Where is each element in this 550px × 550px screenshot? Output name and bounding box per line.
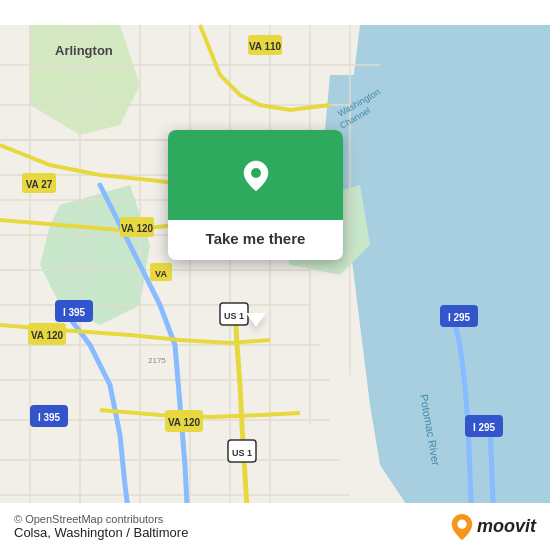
attribution-text: © OpenStreetMap contributors [14, 513, 163, 525]
svg-text:I 295: I 295 [448, 312, 471, 323]
popup-bottom: Take me there [168, 220, 343, 260]
svg-text:I 295: I 295 [473, 422, 496, 433]
svg-text:VA 120: VA 120 [121, 223, 154, 234]
svg-text:I 395: I 395 [38, 412, 61, 423]
logo-section: moovit [451, 514, 536, 540]
svg-text:US 1: US 1 [224, 311, 244, 321]
svg-point-58 [251, 168, 261, 178]
map-container: Arlington VA 110 VA 27 VA 120 VA I 395 V… [0, 0, 550, 550]
svg-text:VA 120: VA 120 [31, 330, 64, 341]
svg-text:Arlington: Arlington [55, 43, 113, 58]
popup-header [168, 130, 343, 220]
bottom-bar: © OpenStreetMap contributors Colsa, Wash… [0, 503, 550, 550]
moovit-logo: moovit [451, 514, 536, 540]
moovit-pin-icon [451, 514, 473, 540]
svg-text:US 1: US 1 [232, 448, 252, 458]
svg-text:I 395: I 395 [63, 307, 86, 318]
popup-tail [246, 313, 266, 327]
svg-point-59 [457, 519, 466, 528]
svg-text:VA 27: VA 27 [26, 179, 53, 190]
svg-text:VA 120: VA 120 [168, 417, 201, 428]
map-background: Arlington VA 110 VA 27 VA 120 VA I 395 V… [0, 0, 550, 550]
svg-text:VA 110: VA 110 [249, 41, 282, 52]
take-me-there-button[interactable]: Take me there [206, 230, 306, 247]
popup-card: Take me there [168, 130, 343, 260]
location-pin-icon [234, 153, 278, 197]
moovit-brand-text: moovit [477, 516, 536, 537]
attribution-section: © OpenStreetMap contributors Colsa, Wash… [14, 513, 188, 540]
svg-text:2175: 2175 [148, 356, 166, 365]
svg-text:VA: VA [155, 269, 167, 279]
location-name: Colsa, Washington / Baltimore [14, 525, 188, 540]
